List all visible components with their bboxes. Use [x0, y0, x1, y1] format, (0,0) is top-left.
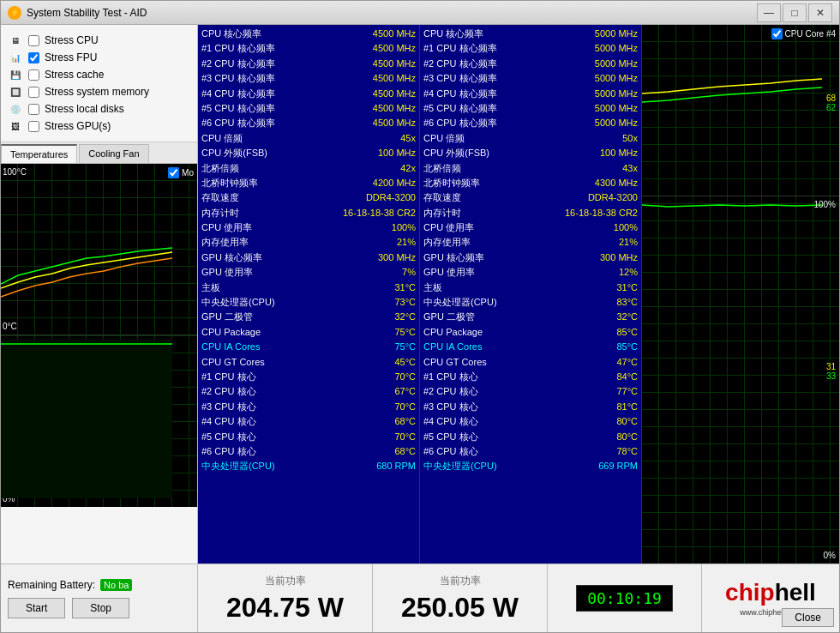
- row-label: GPU 二极管: [423, 310, 475, 323]
- table-row: #5 CPU 核心80°C: [423, 430, 638, 444]
- row-value: 75°C: [394, 326, 416, 339]
- row-value: 4500 MHz: [373, 42, 416, 55]
- close-button[interactable]: Close: [782, 608, 834, 627]
- row-value: 300 MHz: [378, 251, 416, 264]
- row-label: #6 CPU 核心频率: [423, 117, 497, 130]
- stress-disk-item: 💿 Stress local disks: [8, 100, 190, 118]
- table-row: #2 CPU 核心频率5000 MHz: [423, 57, 638, 71]
- row-value: 4200 MHz: [373, 177, 416, 190]
- row-value: 669 RPM: [598, 460, 638, 473]
- row-label: CPU 倍频: [423, 132, 465, 145]
- table-row: CPU GT Cores47°C: [423, 355, 638, 370]
- right-temp-value-2: 62: [826, 103, 836, 112]
- row-value: DDR4-3200: [588, 191, 638, 204]
- table-row: CPU 核心频率5000 MHz: [423, 27, 638, 41]
- row-value: 5000 MHz: [595, 72, 638, 85]
- row-value: 4500 MHz: [373, 72, 416, 85]
- battery-label: Remaining Battery:: [8, 579, 95, 591]
- table-row: CPU 外频(FSB)100 MHz: [201, 146, 416, 160]
- row-value: 4500 MHz: [373, 57, 416, 70]
- table-row: 内存计时16-18-18-38 CR2: [423, 206, 638, 220]
- close-window-button[interactable]: ✕: [808, 3, 832, 22]
- table-row: CPU 倍频45x: [201, 131, 416, 146]
- row-label: CPU GT Cores: [423, 356, 487, 369]
- stress-options: 🖥 Stress CPU 📊 Stress FPU 💾 Stress cache…: [1, 25, 197, 142]
- logo-hell: hell: [775, 581, 816, 605]
- row-label: #4 CPU 核心: [201, 415, 256, 428]
- title-buttons: — □ ✕: [757, 3, 832, 22]
- table-row: #3 CPU 核心81°C: [423, 400, 638, 414]
- stress-cpu-checkbox[interactable]: [28, 35, 39, 46]
- table-row: 北桥倍频43x: [423, 161, 638, 176]
- row-label: CPU 倍频: [201, 132, 243, 145]
- content-area: 🖥 Stress CPU 📊 Stress FPU 💾 Stress cache…: [1, 25, 839, 564]
- stress-gpu-checkbox[interactable]: [28, 121, 39, 132]
- table-row: #2 CPU 核心77°C: [423, 384, 638, 399]
- table-row: #6 CPU 核心78°C: [423, 444, 638, 459]
- disk-icon: 💿: [8, 103, 23, 115]
- table-row: GPU 核心频率300 MHz: [201, 250, 416, 265]
- row-label: 中央处理器(CPU): [423, 296, 497, 309]
- row-label: #4 CPU 核心: [423, 415, 478, 428]
- table-row: 中央处理器(CPU)73°C: [201, 295, 416, 310]
- row-label: CPU 使用率: [423, 221, 474, 234]
- tab-temperatures[interactable]: Temperatures: [1, 144, 77, 163]
- row-value: 70°C: [394, 431, 416, 443]
- table-row: CPU 外频(FSB)100 MHz: [423, 146, 638, 160]
- memory-icon: 🔲: [8, 86, 23, 98]
- table-row: CPU 倍频50x: [423, 131, 638, 146]
- table-row: GPU 二极管32°C: [201, 310, 416, 324]
- row-label: CPU 使用率: [201, 221, 252, 234]
- row-value: 77°C: [616, 385, 638, 398]
- tab-cooling-fan[interactable]: Cooling Fan: [79, 144, 148, 163]
- row-value: 73°C: [394, 296, 416, 309]
- row-label: 中央处理器(CPU): [423, 460, 497, 473]
- temp-graph-svg: [1, 164, 197, 335]
- row-value: 5000 MHz: [595, 57, 638, 70]
- row-value: 21%: [397, 236, 416, 249]
- stress-memory-item: 🔲 Stress system memory: [8, 83, 190, 100]
- stress-disk-checkbox[interactable]: [28, 104, 39, 115]
- main-window: ⚡ System Stability Test - AID — □ ✕ 🖥 St…: [0, 0, 840, 633]
- cache-icon: 💾: [8, 69, 23, 81]
- power-value-2: 250.05 W: [401, 592, 519, 624]
- stop-button[interactable]: Stop: [72, 598, 129, 618]
- timer-display: 00:10:19: [576, 585, 673, 612]
- table-row: #3 CPU 核心频率5000 MHz: [423, 71, 638, 86]
- row-label: 主板: [201, 281, 220, 294]
- row-label: 内存计时: [423, 207, 461, 220]
- row-label: 北桥时钟频率: [423, 177, 480, 190]
- table-row: #3 CPU 核心70°C: [201, 400, 416, 414]
- stress-memory-checkbox[interactable]: [28, 87, 39, 98]
- row-value: 85°C: [616, 326, 638, 339]
- table-row: #5 CPU 核心70°C: [201, 430, 416, 444]
- stress-fpu-checkbox[interactable]: [28, 52, 39, 63]
- row-value: 68°C: [394, 445, 416, 458]
- table-row: 内存使用率21%: [423, 235, 638, 250]
- table-row: 中央处理器(CPU)83°C: [423, 295, 638, 310]
- row-value: 100 MHz: [378, 147, 416, 160]
- row-value: 5000 MHz: [595, 27, 638, 40]
- table-row: 中央处理器(CPU)669 RPM: [423, 459, 638, 473]
- stress-cache-checkbox[interactable]: [28, 69, 39, 81]
- start-button[interactable]: Start: [8, 598, 65, 618]
- table-row: GPU 使用率7%: [201, 265, 416, 280]
- minimize-button[interactable]: —: [757, 3, 781, 22]
- row-label: CPU Package: [423, 326, 483, 339]
- table-row: #4 CPU 核心80°C: [423, 414, 638, 429]
- row-label: #4 CPU 核心频率: [423, 87, 497, 100]
- usage-graph-svg: [1, 335, 197, 507]
- table-row: CPU IA Cores85°C: [423, 340, 638, 354]
- row-value: 4500 MHz: [373, 102, 416, 115]
- row-value: 45x: [400, 132, 416, 145]
- row-label: #3 CPU 核心: [423, 401, 478, 413]
- table-row: 北桥时钟频率4300 MHz: [423, 176, 638, 190]
- table-row: #2 CPU 核心频率4500 MHz: [201, 57, 416, 71]
- maximize-button[interactable]: □: [783, 3, 807, 22]
- table-row: 中央处理器(CPU)680 RPM: [201, 459, 416, 473]
- row-value: 80°C: [616, 431, 638, 443]
- table-row: 北桥时钟频率4200 MHz: [201, 176, 416, 190]
- row-label: GPU 核心频率: [423, 251, 484, 264]
- row-label: CPU 核心频率: [423, 27, 483, 40]
- table-row: #4 CPU 核心频率5000 MHz: [423, 87, 638, 101]
